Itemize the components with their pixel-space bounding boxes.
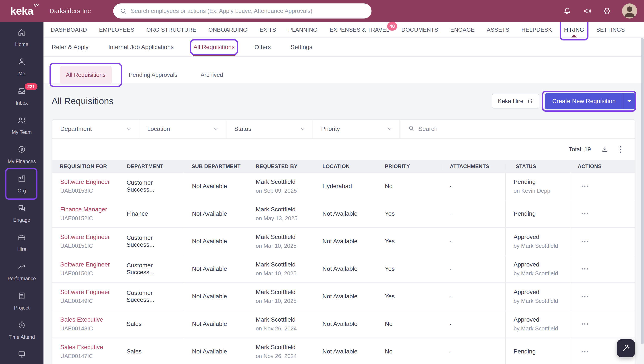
requested-by-name: Mark Scottfield	[256, 344, 311, 351]
sidebar-item-home[interactable]: Home	[0, 23, 44, 52]
table-toolbar: Total: 19	[52, 139, 635, 160]
cell-sub-department: Not Available	[184, 173, 248, 200]
row-actions-button[interactable]	[580, 184, 589, 188]
nav-item[interactable]: ENGAGE	[444, 22, 481, 38]
nav-item[interactable]: PLANNING	[282, 22, 324, 38]
requisition-link[interactable]: Software Engineer	[60, 234, 115, 240]
filter-label: Location	[147, 126, 170, 132]
announcement-icon[interactable]	[583, 6, 592, 16]
ai-assistant-button[interactable]	[617, 339, 635, 357]
keka-hire-button[interactable]: Keka Hire	[492, 94, 540, 108]
cell-location: Not Available	[315, 310, 377, 338]
sidebar-item-my-finances[interactable]: My Finances	[0, 140, 44, 169]
nav-item[interactable]: DOCUMENTS	[396, 22, 444, 38]
cell-actions	[570, 173, 635, 200]
requested-on-date: on Nov 26, 2024	[256, 325, 311, 332]
cell-actions	[570, 255, 635, 282]
requisition-link[interactable]: Software Engineer	[60, 178, 115, 185]
row-actions-button[interactable]	[580, 239, 589, 243]
scrollbar-thumb[interactable]	[641, 38, 644, 344]
sidebar-item-hire[interactable]: Hire	[0, 228, 44, 257]
more-options-button[interactable]	[619, 145, 622, 154]
nav-item[interactable]: ASSETS	[481, 22, 516, 38]
table-search-input[interactable]	[418, 126, 635, 132]
company-name: Darksiders Inc	[50, 7, 91, 15]
requisition-link[interactable]: Sales Executive	[60, 344, 115, 351]
tab-item[interactable]: All Requisitions	[60, 66, 112, 84]
sidebar-item-payroll[interactable]: Payroll	[0, 345, 44, 364]
main-nav: DASHBOARD EMPLOYEES ORG STRUCTURE	[44, 22, 644, 38]
table-search[interactable]	[400, 120, 635, 138]
filter-label: Status	[234, 126, 251, 132]
sidebar-item-project[interactable]: Project	[0, 286, 44, 316]
row-actions-button[interactable]	[580, 322, 589, 326]
sidebar-item-label: Home	[15, 42, 28, 47]
subnav-item[interactable]: Offers	[254, 38, 271, 56]
sidebar-item-time-attend[interactable]: Time Attend	[0, 316, 44, 345]
tab-item[interactable]: Pending Approvals	[123, 66, 184, 84]
nav-item[interactable]: EXPENSES & TRAVEL 48	[324, 22, 396, 38]
row-actions-button[interactable]	[580, 350, 589, 354]
download-button[interactable]	[601, 146, 608, 153]
avatar[interactable]	[622, 4, 637, 18]
sidebar-item-inbox[interactable]: 221 Inbox	[0, 81, 44, 111]
subnav-item[interactable]: Internal Job Applications	[108, 38, 174, 56]
subnav-item[interactable]: All Requisitions	[194, 38, 234, 56]
requisition-link[interactable]: Finance Manager	[60, 206, 115, 213]
filter-dropdown[interactable]: Location	[139, 120, 226, 138]
total-count: Total: 19	[569, 146, 591, 153]
nav-item[interactable]: ORG STRUCTURE	[140, 22, 202, 38]
cell-department: Customer Success...	[119, 283, 184, 310]
requisition-link[interactable]: Software Engineer	[60, 289, 115, 296]
requisition-link[interactable]: Sales Executive	[60, 316, 115, 323]
sidebar-item-engage[interactable]: Engage	[0, 198, 44, 228]
row-actions-button[interactable]	[580, 267, 589, 271]
create-new-requisition-button[interactable]: Create New Requisition	[545, 93, 623, 109]
sidebar-item-my-team[interactable]: My Team	[0, 111, 44, 140]
create-requisition-dropdown-button[interactable]	[623, 93, 636, 109]
nav-item[interactable]: DASHBOARD	[45, 22, 93, 38]
subnav-item[interactable]: Settings	[290, 38, 312, 56]
filter-dropdown[interactable]: Department	[52, 120, 139, 138]
keka-logo[interactable]: keka	[0, 5, 44, 17]
global-search-input[interactable]	[131, 8, 365, 14]
filter-dropdown[interactable]: Status	[226, 120, 313, 138]
status-sub-text: by Mark Scottfield	[514, 325, 566, 332]
sidebar-item-org[interactable]: Org	[0, 169, 44, 198]
global-search[interactable]	[113, 4, 372, 18]
subnav-item[interactable]: Refer & Apply	[52, 38, 88, 56]
nav-item-label: ORG STRUCTURE	[146, 26, 196, 33]
row-actions-button[interactable]	[580, 212, 589, 216]
search-icon	[120, 7, 127, 15]
cell-priority: Yes	[377, 255, 442, 282]
sidebar-item-label: Performance	[8, 276, 36, 282]
gear-icon[interactable]: ⚙	[603, 7, 611, 15]
status-sub-text: on Kevin Depp	[514, 188, 566, 194]
sidebar-item-label: My Team	[12, 129, 32, 135]
requisition-id: UAE00151IC	[60, 242, 115, 249]
requisition-link[interactable]: Software Engineer	[60, 261, 115, 268]
nav-item[interactable]: EMPLOYEES	[93, 22, 140, 38]
tab-bar: All Requisitions Pending Approvals Archi…	[44, 57, 644, 84]
sidebar-item-me[interactable]: Me	[0, 52, 44, 81]
nav-item[interactable]: HIRING	[558, 22, 590, 38]
nav-item-label: EMPLOYEES	[99, 26, 134, 33]
filter-dropdown[interactable]: Priority	[313, 120, 400, 138]
cell-sub-department: Not Available	[184, 200, 248, 227]
nav-item[interactable]: HELPDESK	[516, 22, 558, 38]
tab-item[interactable]: Archived	[194, 66, 229, 84]
requisition-id: UAE00150IC	[60, 270, 115, 277]
finances-icon	[17, 145, 26, 156]
nav-item[interactable]: ONBOARDING	[202, 22, 254, 38]
cell-sub-department: Not Available	[184, 338, 248, 364]
row-actions-button[interactable]	[580, 294, 589, 298]
nav-item[interactable]: EXITS	[254, 22, 282, 38]
sidebar-item-performance[interactable]: Performance	[0, 257, 44, 286]
payroll-icon	[17, 350, 26, 360]
nav-item[interactable]: SETTINGS	[590, 22, 631, 38]
cell-location: Not Available	[315, 338, 377, 364]
table-row: Software Engineer UAE00153IC Customer Su…	[52, 173, 635, 200]
cell-sub-department: Not Available	[184, 255, 248, 282]
bell-icon[interactable]	[563, 6, 572, 16]
caret-down-icon	[627, 100, 632, 102]
